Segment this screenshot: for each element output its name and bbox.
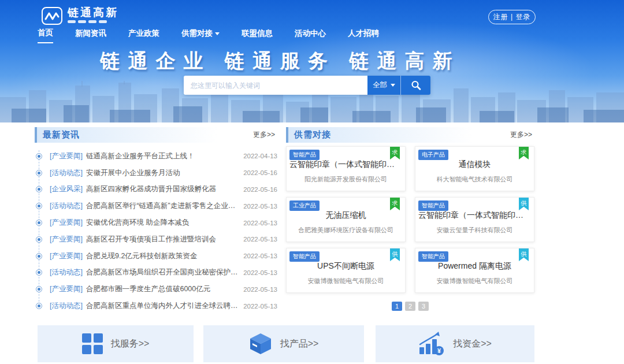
company-name: 安徽云玺量子科技有限公司	[437, 226, 513, 235]
news-row[interactable]: [活动动态]合肥高新区市场局组织召开全国商业秘密保护创新试点座谈会2022-05…	[35, 265, 277, 281]
find-products-button[interactable]: 找产品>>	[203, 325, 364, 362]
nav-item-supply-demand[interactable]: 供需对接	[181, 28, 220, 43]
news-section-title: 最新资讯	[43, 129, 80, 140]
nav-item-home[interactable]: 首页	[38, 28, 53, 43]
news-row[interactable]: [活动动态]安徽开展中小企业服务月活动2022-05-16	[35, 165, 277, 181]
hero-banner: 链通高新 注册 | 登录 首页 新闻资讯 产业政策 供需对接 联盟信息 活动中心…	[0, 0, 624, 122]
nav-item-news[interactable]: 新闻资讯	[75, 28, 106, 43]
product-category-tag: 智能产品	[289, 251, 320, 262]
search-icon	[410, 80, 422, 91]
news-row[interactable]: [活动动态]合肥高新区举行“链通高新”走进新零售之企业见面会活动2022-05-…	[35, 198, 277, 214]
box-icon	[249, 332, 272, 355]
find-funds-button[interactable]: ¥ 找资金>>	[376, 325, 534, 362]
main-nav: 首页 新闻资讯 产业政策 供需对接 联盟信息 活动中心 人才招聘	[38, 28, 379, 43]
supply-card[interactable]: 工业产品 求 无油压缩机 合肥雅美娜环境医疗设备有限公司	[286, 197, 406, 242]
product-title: 云智能印章（一体式智能印章）…	[289, 159, 402, 170]
logo-chain-icon	[42, 7, 62, 25]
search-button[interactable]	[400, 76, 430, 95]
chevron-down-icon	[391, 84, 395, 87]
product-title: 云智能印章（一体式智能印章）…	[418, 210, 531, 221]
news-row[interactable]: [产业要闻]链通高新企业服务平台正式上线！2022-04-13	[35, 148, 277, 165]
bullet-icon	[36, 269, 42, 276]
bullet-icon	[36, 220, 42, 226]
nav-item-recruitment[interactable]: 人才招聘	[348, 28, 379, 43]
news-section-header: 最新资讯 更多>>	[35, 127, 277, 143]
supply-ribbon-icon: 供	[390, 248, 400, 261]
bullet-icon	[36, 186, 42, 192]
product-category-tag: 电子产品	[418, 150, 448, 160]
demand-ribbon-icon: 求	[519, 147, 529, 159]
product-category-tag: 智能产品	[418, 251, 448, 262]
page-button-1[interactable]: 1	[392, 302, 402, 311]
grid-icon	[82, 333, 103, 354]
news-row[interactable]: [产业要闻]高新区召开专项债项目工作推进暨培训会2022-05-13	[35, 231, 277, 248]
search-category-dropdown[interactable]: 全部	[367, 76, 400, 95]
bullet-icon	[36, 303, 42, 309]
svg-text:¥: ¥	[437, 347, 441, 354]
news-row[interactable]: [产业要闻]合肥兑现9.2亿元科技创新政策资金2022-05-13	[35, 248, 277, 265]
bullet-icon	[36, 253, 42, 259]
news-row[interactable]: [企业风采]高新区四家孵化器成功晋升国家级孵化器2022-05-16	[35, 181, 277, 198]
register-login-button[interactable]: 注册 | 登录	[488, 10, 536, 24]
bullet-icon	[36, 286, 42, 292]
news-more-link[interactable]: 更多>>	[253, 130, 275, 140]
page-button-3[interactable]: 3	[418, 302, 429, 311]
search-bar: 全部	[184, 76, 430, 95]
demand-ribbon-icon: 求	[390, 198, 400, 210]
bullet-icon	[36, 203, 42, 209]
hero-slogan: 链通企业 链通服务 链通高新	[0, 48, 560, 75]
bullet-icon	[36, 236, 42, 243]
supply-demand-section: 供需对接 更多>> 智能产品 求 云智能印章（一体式智能印章）… 阳光新能源开发…	[286, 127, 534, 311]
pagination: 1 2 3	[286, 302, 534, 311]
logo-text: 链通高新	[68, 7, 118, 18]
logo-subtitle-pills	[68, 20, 118, 23]
demand-ribbon-icon: 求	[390, 147, 400, 159]
supply-ribbon-icon: 供	[519, 248, 529, 261]
bullet-icon	[36, 153, 42, 159]
site-logo[interactable]: 链通高新	[42, 7, 118, 25]
chevron-down-icon	[215, 32, 220, 35]
company-name: 安徽博微智能电气有限公司	[308, 277, 384, 285]
company-name: 安徽博微智能电气有限公司	[437, 277, 513, 285]
product-title: 无油压缩机	[326, 210, 366, 221]
page-button-2[interactable]: 2	[405, 302, 415, 311]
supply-card[interactable]: 智能产品 供 UPS不间断电源 安徽博微智能电气有限公司	[286, 248, 406, 293]
latest-news-section: 最新资讯 更多>> [产业要闻]链通高新企业服务平台正式上线！2022-04-1…	[35, 127, 277, 314]
nav-item-activities[interactable]: 活动中心	[295, 28, 326, 43]
supply-card[interactable]: 电子产品 求 通信模块 科大智能电气技术有限公司	[415, 146, 534, 191]
product-category-tag: 智能产品	[289, 150, 320, 160]
supply-card-grid: 智能产品 求 云智能印章（一体式智能印章）… 阳光新能源开发股份有限公司 电子产…	[286, 146, 534, 293]
news-list: [产业要闻]链通高新企业服务平台正式上线！2022-04-13 [活动动态]安徽…	[35, 148, 277, 314]
supply-section-header: 供需对接 更多>>	[286, 127, 534, 143]
news-row[interactable]: [活动动态]合肥高新区重点单位海内外人才引进全球云聘会举行2022-05-13	[35, 298, 277, 314]
product-title: Powermed 隔离电源	[438, 261, 511, 272]
product-title: UPS不间断电源	[317, 261, 374, 272]
supply-section-title: 供需对接	[294, 129, 331, 140]
product-title: 通信模块	[459, 159, 491, 170]
nav-item-policy[interactable]: 产业政策	[128, 28, 159, 43]
supply-card[interactable]: 智能产品 供 云智能印章（一体式智能印章）… 安徽云玺量子科技有限公司	[415, 197, 534, 242]
find-services-button[interactable]: 找服务>>	[38, 325, 194, 362]
search-input[interactable]	[184, 76, 367, 95]
supply-card[interactable]: 智能产品 求 云智能印章（一体式智能印章）… 阳光新能源开发股份有限公司	[286, 146, 406, 191]
product-category-tag: 智能产品	[418, 200, 448, 211]
news-row[interactable]: [产业要闻]合肥都市圈一季度生产总值破6000亿元2022-05-13	[35, 281, 277, 298]
supply-card[interactable]: 智能产品 供 Powermed 隔离电源 安徽博微智能电气有限公司	[415, 248, 534, 293]
company-name: 科大智能电气技术有限公司	[437, 175, 513, 184]
supply-more-link[interactable]: 更多>>	[510, 130, 532, 140]
bullet-icon	[36, 170, 42, 176]
company-name: 阳光新能源开发股份有限公司	[304, 175, 387, 184]
nav-item-alliance[interactable]: 联盟信息	[242, 28, 273, 43]
quick-links: 找服务>> 找产品>> ¥ 找资金>>	[38, 325, 534, 362]
supply-ribbon-icon: 供	[519, 198, 529, 210]
news-row[interactable]: [产业要闻]安徽优化营商环境 助企降本减负2022-05-13	[35, 214, 277, 231]
company-name: 合肥雅美娜环境医疗设备有限公司	[298, 226, 393, 235]
funds-chart-icon: ¥	[418, 332, 445, 356]
product-category-tag: 工业产品	[289, 200, 320, 211]
